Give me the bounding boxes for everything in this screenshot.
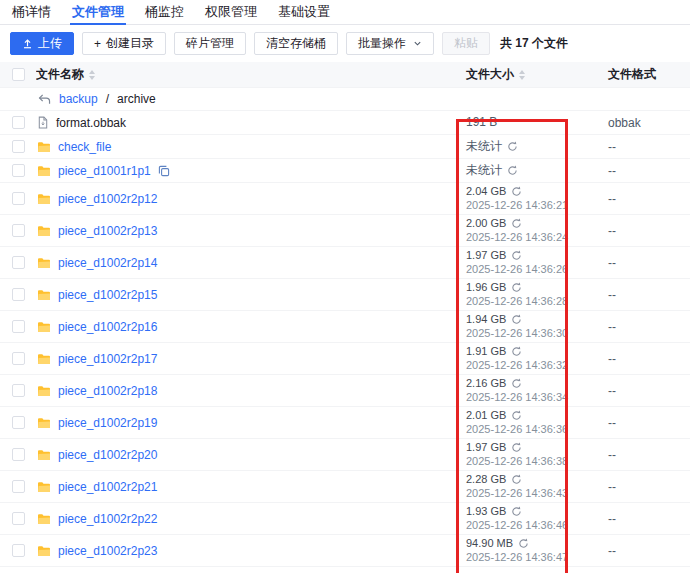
row-checkbox[interactable]: [12, 288, 25, 301]
file-link[interactable]: piece_d1002r2p23: [58, 544, 157, 558]
table-row[interactable]: format.obbak191 Bobbak: [0, 111, 690, 135]
tab-file-management[interactable]: 文件管理: [70, 0, 126, 24]
refresh-size-icon[interactable]: [511, 250, 522, 261]
refresh-size-icon[interactable]: [511, 186, 522, 197]
refresh-size-icon[interactable]: [511, 506, 522, 517]
row-checkbox[interactable]: [12, 140, 25, 153]
table-row[interactable]: piece_d1002r2p141.97 GB2025-12-26 14:36:…: [0, 247, 690, 279]
file-link[interactable]: piece_d1002r2p22: [58, 512, 157, 526]
batch-operations-label: 批量操作: [358, 35, 406, 52]
tab-basic-settings[interactable]: 基础设置: [276, 0, 332, 24]
table-row[interactable]: piece_d1002r2p132.00 GB2025-12-26 14:36:…: [0, 215, 690, 247]
select-all-checkbox[interactable]: [12, 68, 25, 81]
table-row[interactable]: piece_d1002r2p221.93 GB2025-12-26 14:36:…: [0, 503, 690, 535]
file-format: --: [595, 256, 690, 270]
column-header-size[interactable]: 文件大小: [466, 66, 514, 83]
refresh-size-icon[interactable]: [511, 346, 522, 357]
row-checkbox[interactable]: [12, 448, 25, 461]
file-link[interactable]: piece_d1002r2p16: [58, 320, 157, 334]
file-size: 未统计: [466, 164, 502, 177]
refresh-size-icon[interactable]: [507, 141, 518, 152]
refresh-size-icon[interactable]: [511, 282, 522, 293]
tab-bucket-monitor[interactable]: 桶监控: [143, 0, 186, 24]
row-checkbox[interactable]: [12, 116, 25, 129]
table-row[interactable]: piece_d1002r2p2394.90 MB2025-12-26 14:36…: [0, 535, 690, 567]
file-link[interactable]: piece_d1002r2p14: [58, 256, 157, 270]
refresh-size-icon[interactable]: [511, 442, 522, 453]
row-checkbox[interactable]: [12, 224, 25, 237]
tab-bucket-details[interactable]: 桶详情: [10, 0, 53, 24]
file-format: --: [595, 512, 690, 526]
file-link[interactable]: piece_d1002r2p17: [58, 352, 157, 366]
table-row[interactable]: piece_d1002r2p122.04 GB2025-12-26 14:36:…: [0, 183, 690, 215]
file-link[interactable]: piece_d1002r2p13: [58, 224, 157, 238]
row-checkbox[interactable]: [12, 320, 25, 333]
file-format: --: [595, 320, 690, 334]
create-directory-button[interactable]: + 创建目录: [82, 32, 166, 55]
row-checkbox[interactable]: [12, 192, 25, 205]
file-format: --: [595, 224, 690, 238]
table-row[interactable]: piece_d1002r2p171.91 GB2025-12-26 14:36:…: [0, 343, 690, 375]
size-timestamp: 2025-12-26 14:36:43: [466, 487, 595, 500]
create-directory-label: 创建目录: [106, 35, 154, 52]
file-size: 2.16 GB: [466, 377, 506, 390]
row-checkbox[interactable]: [12, 544, 25, 557]
back-arrow-icon[interactable]: [38, 94, 51, 105]
table-row[interactable]: piece_d1002r2p192.01 GB2025-12-26 14:36:…: [0, 407, 690, 439]
tab-bar: 桶详情文件管理桶监控权限管理基础设置: [0, 0, 690, 25]
sort-size-icon[interactable]: [519, 70, 525, 80]
refresh-size-icon[interactable]: [518, 538, 529, 549]
file-count-label: 共 17 个文件: [500, 35, 568, 52]
upload-button[interactable]: 上传: [10, 32, 74, 55]
file-link[interactable]: piece_d1002r2p15: [58, 288, 157, 302]
refresh-size-icon[interactable]: [507, 165, 518, 176]
row-checkbox[interactable]: [12, 352, 25, 365]
table-row[interactable]: piece_d1002r2p201.97 GB2025-12-26 14:36:…: [0, 439, 690, 471]
empty-bucket-label: 清空存储桶: [266, 35, 326, 52]
file-link[interactable]: piece_d1002r2p19: [58, 416, 157, 430]
file-link[interactable]: piece_d1002r2p18: [58, 384, 157, 398]
refresh-size-icon[interactable]: [511, 218, 522, 229]
size-timestamp: 2025-12-26 14:36:21: [466, 199, 595, 212]
row-checkbox[interactable]: [12, 416, 25, 429]
row-checkbox[interactable]: [12, 164, 25, 177]
file-link[interactable]: piece_d1002r2p21: [58, 480, 157, 494]
copy-icon[interactable]: [158, 165, 170, 177]
column-header-format: 文件格式: [608, 66, 656, 83]
size-timestamp: 2025-12-26 14:36:28: [466, 295, 595, 308]
column-header-name[interactable]: 文件名称: [36, 66, 84, 83]
table-row[interactable]: piece_d1002r2p151.96 GB2025-12-26 14:36:…: [0, 279, 690, 311]
row-checkbox[interactable]: [12, 512, 25, 525]
tab-permission-management[interactable]: 权限管理: [203, 0, 259, 24]
sort-name-icon[interactable]: [89, 70, 95, 80]
table-row[interactable]: piece_d1002r2p182.16 GB2025-12-26 14:36:…: [0, 375, 690, 407]
file-link[interactable]: check_file: [58, 140, 111, 154]
table-row[interactable]: piece_d1002r2p161.94 GB2025-12-26 14:36:…: [0, 311, 690, 343]
file-format: --: [595, 192, 690, 206]
row-checkbox[interactable]: [12, 384, 25, 397]
file-format: --: [595, 480, 690, 494]
fragment-management-button[interactable]: 碎片管理: [174, 32, 246, 55]
row-checkbox[interactable]: [12, 480, 25, 493]
table-row[interactable]: piece_d1002r2p212.28 GB2025-12-26 14:36:…: [0, 471, 690, 503]
refresh-size-icon[interactable]: [511, 378, 522, 389]
refresh-size-icon[interactable]: [511, 474, 522, 485]
row-checkbox[interactable]: [12, 256, 25, 269]
file-management-page: 桶详情文件管理桶监控权限管理基础设置 上传 + 创建目录 碎片管理 清空存储桶 …: [0, 0, 690, 573]
file-size: 2.01 GB: [466, 409, 506, 422]
file-name: format.obbak: [56, 116, 126, 130]
file-link[interactable]: piece_d1001r1p1: [58, 164, 151, 178]
table-row[interactable]: check_file未统计--: [0, 135, 690, 159]
table-row[interactable]: piece_d1001r1p1未统计--: [0, 159, 690, 183]
paste-button[interactable]: 粘贴: [442, 32, 490, 55]
batch-operations-button[interactable]: 批量操作: [346, 32, 434, 55]
breadcrumb-parent-link[interactable]: backup: [59, 92, 98, 106]
refresh-size-icon[interactable]: [511, 410, 522, 421]
upload-label: 上传: [38, 35, 62, 52]
file-format: --: [595, 352, 690, 366]
folder-icon: [37, 481, 51, 493]
file-link[interactable]: piece_d1002r2p20: [58, 448, 157, 462]
empty-bucket-button[interactable]: 清空存储桶: [254, 32, 338, 55]
refresh-size-icon[interactable]: [511, 314, 522, 325]
file-link[interactable]: piece_d1002r2p12: [58, 192, 157, 206]
